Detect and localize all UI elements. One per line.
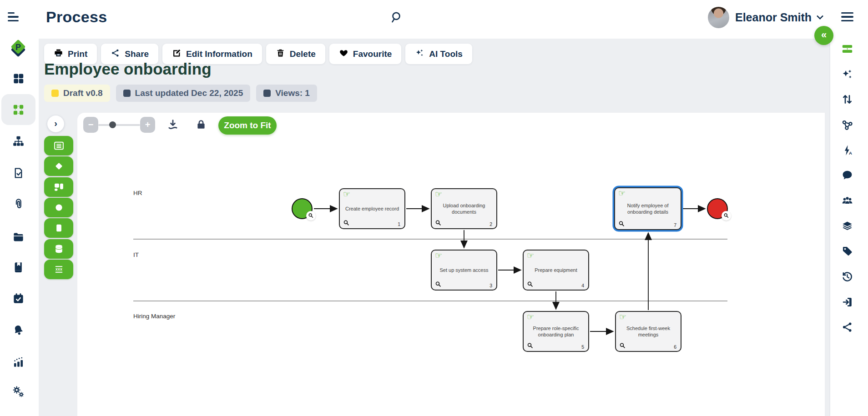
badge-square-icon: [51, 90, 59, 97]
zoom-slider-handle[interactable]: [109, 121, 116, 128]
nav-dashboard[interactable]: [8, 68, 29, 89]
manual-task-hand-icon: ☞: [527, 313, 534, 321]
end-event-node[interactable]: [707, 198, 728, 219]
panel-tags[interactable]: [837, 241, 857, 261]
process-icon: [12, 104, 25, 116]
nav-tasks[interactable]: [8, 162, 29, 183]
menu-toggle-icon[interactable]: [8, 12, 19, 21]
panel-comments[interactable]: [837, 165, 857, 185]
lane-label: Hiring Manager: [133, 313, 175, 320]
panel-layers[interactable]: [837, 216, 857, 236]
heart-icon: [339, 48, 348, 60]
panel-export[interactable]: [837, 292, 857, 312]
manual-task-hand-icon: ☞: [435, 251, 442, 260]
task-node-5[interactable]: ☞Prepare role-specific onboarding plan5: [523, 311, 589, 352]
status-badge: Views: 1: [256, 85, 317, 102]
panel-sort[interactable]: [837, 89, 857, 109]
manual-task-hand-icon: ☞: [619, 313, 626, 321]
right-menu-toggle-icon[interactable]: [841, 12, 853, 21]
magnifier-icon[interactable]: [618, 221, 625, 227]
pal-db-icon: [53, 243, 65, 255]
task-number: 1: [398, 221, 400, 227]
pal-xxx-icon: xxx: [53, 264, 65, 275]
magnifier-icon[interactable]: [306, 211, 316, 221]
task-label: Notify employee of onboarding details: [615, 202, 681, 216]
task-number: 2: [490, 221, 492, 227]
app: Process Eleanor Smith PrintShareEdit Inf…: [0, 0, 868, 416]
palette-datastore[interactable]: [44, 239, 73, 259]
process-title: Employee onboarding: [44, 60, 212, 78]
lane-label: HR: [133, 190, 142, 196]
panel-history[interactable]: [837, 266, 857, 286]
grid-icon: [12, 72, 25, 85]
nav-notifications[interactable]: [8, 320, 29, 341]
palette-expand-icon[interactable]: ›: [47, 115, 64, 132]
pal-board-icon: [53, 181, 65, 193]
svg-text:A: A: [848, 150, 852, 155]
nav-files[interactable]: [8, 226, 29, 247]
magnifier-icon[interactable]: [435, 220, 442, 226]
task-number: 3: [490, 283, 492, 288]
palette-event[interactable]: [44, 198, 73, 217]
palette-gateway[interactable]: [44, 156, 73, 176]
pal-rounded-icon: [53, 222, 65, 234]
magnifier-icon[interactable]: [527, 342, 534, 349]
sort-icon: [841, 93, 853, 105]
nav-processes[interactable]: [8, 99, 29, 120]
badge-row: Draft v0.8Last updated Dec 22, 2025Views…: [44, 85, 317, 102]
palette-subprocess[interactable]: [44, 177, 73, 197]
nav-library[interactable]: [8, 257, 29, 278]
task-node-6[interactable]: ☞Schedule first-week meetings6: [615, 311, 681, 352]
button-label: Print: [68, 49, 87, 59]
task-node-3[interactable]: ☞Set up system access3: [431, 250, 497, 291]
pal-diamond-icon: [53, 160, 65, 172]
panel-automation[interactable]: A: [837, 140, 857, 160]
zoom-slider-track[interactable]: [98, 124, 140, 126]
magnifier-icon[interactable]: [343, 220, 350, 226]
task-node-7[interactable]: ☞Notify employee of onboarding details7: [614, 187, 681, 230]
collapse-panel-icon[interactable]: «: [814, 26, 833, 45]
sparkles-icon: [841, 68, 853, 80]
nav-attachments[interactable]: [8, 193, 29, 214]
ai-tools-button[interactable]: AI Tools: [405, 44, 472, 64]
bell-icon: [12, 324, 25, 336]
zoom-to-fit-button[interactable]: Zoom to Fit: [218, 116, 277, 135]
magnifier-icon[interactable]: [722, 211, 731, 221]
sparkles-icon: [415, 48, 424, 60]
svg-text:xxx: xxx: [56, 267, 62, 271]
nav-settings[interactable]: [8, 381, 29, 402]
search-icon[interactable]: [388, 9, 405, 26]
palette-annotation[interactable]: xxx: [44, 260, 73, 279]
favourite-button[interactable]: Favourite: [329, 44, 402, 64]
chevron-down-icon: [817, 13, 824, 20]
magnifier-icon[interactable]: [527, 281, 534, 288]
layers-icon: [841, 220, 853, 232]
nav-analytics[interactable]: [8, 351, 29, 372]
task-node-1[interactable]: ☞Create employee record1: [339, 188, 405, 229]
user-name: Eleanor Smith: [735, 11, 812, 24]
palette-shape[interactable]: [44, 218, 73, 238]
panel-layout[interactable]: [837, 39, 857, 59]
trash-icon: [276, 48, 285, 60]
zoom-in-button[interactable]: +: [140, 117, 155, 133]
nav-hierarchy[interactable]: [8, 130, 29, 151]
delete-button[interactable]: Delete: [266, 44, 325, 64]
magnifier-icon[interactable]: [435, 281, 442, 288]
download-icon[interactable]: [166, 117, 180, 132]
pal-list-icon: [53, 140, 65, 151]
lock-icon[interactable]: [194, 118, 208, 131]
palette-activity[interactable]: [44, 136, 73, 155]
panel-ai[interactable]: [837, 64, 857, 84]
panel-icon: [841, 43, 853, 55]
nav-schedule[interactable]: [8, 288, 29, 309]
tag-icon: [841, 245, 853, 257]
zoom-out-button[interactable]: −: [83, 117, 98, 133]
user-menu[interactable]: Eleanor Smith: [708, 7, 823, 28]
task-node-2[interactable]: ☞Upload onboarding documents2: [431, 188, 497, 229]
task-node-4[interactable]: ☞Prepare equipment4: [523, 250, 589, 291]
panel-connections[interactable]: [837, 115, 857, 135]
magnifier-icon[interactable]: [619, 342, 626, 349]
panel-people[interactable]: [837, 190, 857, 211]
start-event-node[interactable]: [292, 198, 313, 219]
panel-share[interactable]: [837, 317, 857, 337]
